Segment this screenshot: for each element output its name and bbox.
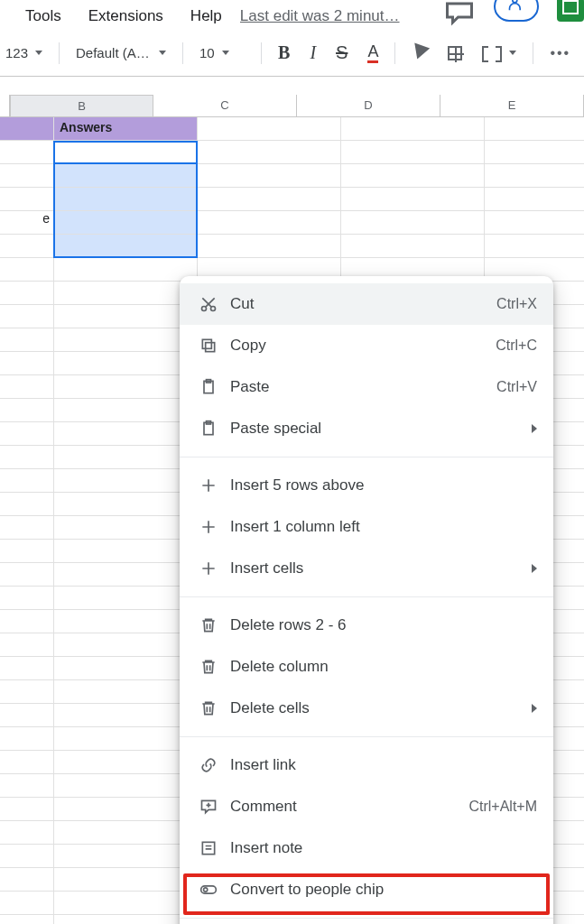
context-delete-rows-label: Delete rows 2 - 6	[230, 616, 537, 634]
context-delete-rows[interactable]: Delete rows 2 - 6	[180, 605, 553, 646]
toolbar-divider	[394, 42, 395, 64]
column-header-e[interactable]: E	[440, 95, 584, 116]
cell-d5[interactable]	[341, 211, 485, 235]
cell-a5[interactable]: e	[0, 211, 54, 235]
cell-c2[interactable]	[198, 141, 341, 164]
number-format-dropdown[interactable]: 123	[2, 42, 46, 64]
cell-e5[interactable]	[485, 211, 584, 235]
context-insert-cells-label: Insert cells	[230, 559, 532, 578]
column-header-c[interactable]: C	[153, 95, 297, 116]
formatting-toolbar: 123 Default (Ari… 10 B I S A •••	[0, 32, 584, 77]
cell-e4[interactable]	[485, 188, 584, 211]
trash-icon	[196, 699, 221, 717]
cell-b1[interactable]: Answers	[54, 117, 198, 141]
number-format-label: 123	[5, 45, 28, 60]
cell-d4[interactable]	[341, 188, 485, 211]
last-edit-link[interactable]: Last edit was 2 minut…	[240, 7, 400, 25]
plus-icon	[196, 476, 221, 494]
context-delete-column[interactable]: Delete column	[180, 646, 553, 688]
cell-c4[interactable]	[198, 188, 341, 211]
submenu-arrow-icon	[532, 564, 537, 573]
font-size-label: 10	[199, 45, 215, 60]
note-icon	[196, 839, 221, 857]
cell-b4[interactable]	[54, 188, 198, 211]
context-cut[interactable]: Cut Ctrl+X	[180, 283, 553, 325]
font-family-dropdown[interactable]: Default (Ari…	[72, 42, 170, 64]
cell-a2[interactable]	[0, 141, 54, 164]
context-comment-shortcut: Ctrl+Alt+M	[468, 799, 537, 815]
cell-d1[interactable]	[341, 117, 485, 141]
context-delete-column-label: Delete column	[230, 658, 537, 676]
fill-color-button[interactable]	[408, 42, 431, 65]
context-comment[interactable]: Comment Ctrl+Alt+M	[180, 786, 553, 827]
sheets-logo-icon[interactable]	[557, 0, 584, 22]
cell-a4[interactable]	[0, 188, 54, 211]
cell-d2[interactable]	[341, 141, 485, 164]
context-paste-label: Paste	[230, 378, 496, 396]
cell-c5[interactable]	[198, 211, 341, 235]
context-cut-shortcut: Ctrl+X	[496, 296, 537, 312]
cell-e1[interactable]	[485, 117, 584, 141]
svg-point-10	[204, 888, 208, 892]
paste-special-icon	[196, 420, 221, 438]
menu-help[interactable]: Help	[181, 5, 231, 27]
font-size-dropdown[interactable]: 10	[196, 42, 248, 64]
column-a-stub[interactable]	[0, 95, 10, 116]
cell-c6[interactable]	[198, 235, 341, 258]
context-insert-cells[interactable]: Insert cells	[180, 548, 553, 589]
more-toolbar-button[interactable]: •••	[546, 42, 574, 65]
cell-b2[interactable]	[54, 141, 198, 164]
cell-a3[interactable]	[0, 164, 54, 188]
menu-extensions[interactable]: Extensions	[79, 5, 172, 27]
column-headers: B C D E	[0, 95, 584, 117]
cell-a1[interactable]	[0, 117, 54, 141]
context-insert-link[interactable]: Insert link	[180, 744, 553, 786]
text-color-button[interactable]: A	[364, 40, 382, 67]
bold-button[interactable]: B	[274, 39, 293, 67]
menu-tools[interactable]: Tools	[16, 5, 70, 27]
toolbar-divider	[59, 42, 60, 64]
link-icon	[196, 756, 221, 774]
strikethrough-button[interactable]: S	[332, 39, 351, 67]
context-people-chip[interactable]: Convert to people chip	[180, 869, 553, 910]
context-paste-shortcut: Ctrl+V	[496, 379, 537, 395]
context-insert-note[interactable]: Insert note	[180, 827, 553, 869]
merge-cells-button[interactable]	[478, 42, 520, 64]
italic-button[interactable]: I	[306, 39, 320, 67]
cell-c3[interactable]	[198, 164, 341, 188]
cell-c1[interactable]	[198, 117, 341, 141]
context-cut-label: Cut	[230, 295, 496, 313]
context-people-chip-label: Convert to people chip	[230, 881, 537, 899]
context-delete-cells-label: Delete cells	[230, 699, 532, 717]
context-paste-special[interactable]: Paste special	[180, 408, 553, 449]
toolbar-divider	[182, 42, 183, 64]
borders-icon	[448, 46, 462, 60]
copy-icon	[196, 337, 221, 355]
context-insert-column[interactable]: Insert 1 column left	[180, 506, 553, 548]
cell-b5[interactable]	[54, 211, 198, 235]
cell-e6[interactable]	[485, 235, 584, 258]
context-insert-link-label: Insert link	[230, 756, 537, 774]
context-delete-cells[interactable]: Delete cells	[180, 688, 553, 729]
cell-b3[interactable]	[54, 164, 198, 188]
context-copy[interactable]: Copy Ctrl+C	[180, 325, 553, 366]
toolbar-divider	[261, 42, 262, 64]
svg-rect-3	[202, 339, 211, 348]
context-insert-rows[interactable]: Insert 5 rows above	[180, 465, 553, 506]
comment-history-icon[interactable]	[443, 0, 476, 17]
cell-e3[interactable]	[485, 164, 584, 188]
context-insert-note-label: Insert note	[230, 839, 537, 857]
context-separator	[180, 918, 553, 919]
cell-d6[interactable]	[341, 235, 485, 258]
cell-b6[interactable]	[54, 235, 198, 258]
cell-a6[interactable]	[0, 235, 54, 258]
share-button[interactable]	[494, 0, 539, 22]
context-paste-special-label: Paste special	[230, 420, 532, 438]
column-header-d[interactable]: D	[297, 95, 440, 116]
cell-d3[interactable]	[341, 164, 485, 188]
people-chip-icon	[196, 881, 221, 899]
column-header-b[interactable]: B	[10, 95, 153, 116]
cell-e2[interactable]	[485, 141, 584, 164]
context-paste[interactable]: Paste Ctrl+V	[180, 366, 553, 408]
borders-button[interactable]	[444, 42, 466, 64]
